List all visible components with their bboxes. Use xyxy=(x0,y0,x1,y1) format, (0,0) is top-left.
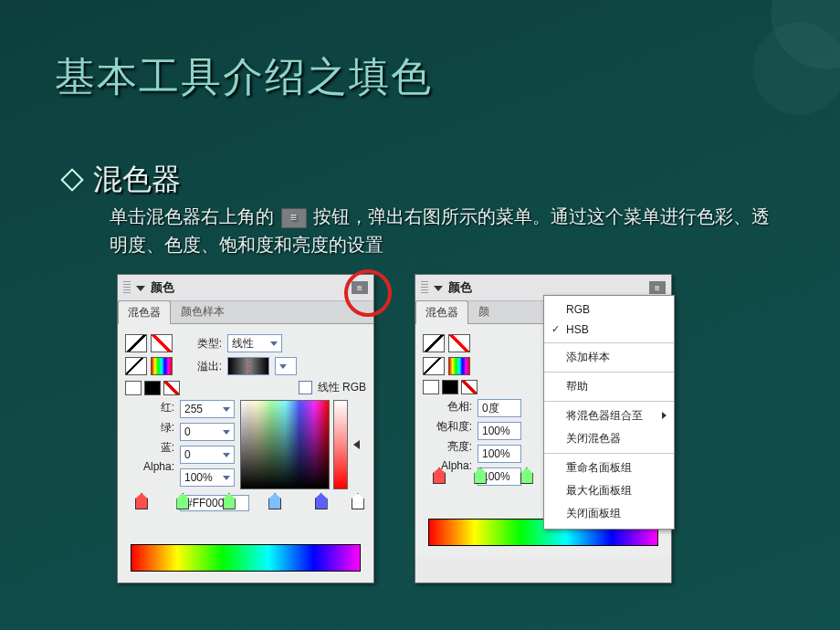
panel-body: 类型: 线性 溢出: xyxy=(118,324,373,583)
overflow-select[interactable] xyxy=(227,357,269,375)
gradient-preview[interactable] xyxy=(131,544,361,572)
panels-row: 颜色 ≡ 混色器 颜色样本 类型: 线性 xyxy=(117,274,672,583)
panel-context-menu: RGB HSB 添加样本 帮助 将混色器组合至 关闭混色器 重命名面板组 最大化… xyxy=(543,295,675,530)
tab-mixer[interactable]: 混色器 xyxy=(118,300,171,324)
gradient-stops[interactable] xyxy=(131,511,361,528)
panel-menu-button[interactable]: ≡ xyxy=(352,281,368,294)
linear-rgb-label: 线性 RGB xyxy=(318,380,366,395)
panel-header: 颜色 ≡ xyxy=(118,275,373,301)
a-label: Alpha: xyxy=(441,459,472,472)
color-picker[interactable] xyxy=(240,400,330,489)
bucket-swatch[interactable] xyxy=(125,357,147,375)
chevron-down-icon xyxy=(270,341,278,346)
tab-swatches[interactable]: 颜色样本 xyxy=(171,299,235,323)
collapse-icon[interactable] xyxy=(136,286,145,291)
type-value: 线性 xyxy=(232,336,254,352)
chevron-down-icon xyxy=(279,364,287,369)
overflow-label: 溢出: xyxy=(178,359,222,374)
menu-item-help[interactable]: 帮助 xyxy=(544,375,674,398)
rainbow-swatch[interactable] xyxy=(448,357,470,375)
lum-label: 亮度: xyxy=(447,439,472,455)
hue-marker-icon xyxy=(353,440,360,449)
color-panel-left: 颜色 ≡ 混色器 颜色样本 类型: 线性 xyxy=(117,274,374,583)
menu-item-add-swatch[interactable]: 添加样本 xyxy=(544,346,674,369)
mode-icons[interactable] xyxy=(423,380,478,394)
sat-label: 饱和度: xyxy=(436,419,472,435)
section-heading: 混色器 xyxy=(93,160,181,200)
menu-item-maximize[interactable]: 最大化面板组 xyxy=(544,479,674,502)
panel-menu-icon: ≡ xyxy=(281,208,307,228)
b-input[interactable]: 0 xyxy=(180,446,235,464)
menu-item-rename[interactable]: 重命名面板组 xyxy=(544,457,674,479)
fill-swatch[interactable] xyxy=(151,334,173,352)
description: 单击混色器右上角的 ≡ 按钮，弹出右图所示的菜单。通过这个菜单进行色彩、透明度、… xyxy=(110,203,785,259)
r-input[interactable]: 255 xyxy=(180,400,235,418)
rgb-area: 红: 绿: 蓝: Alpha: 255 0 0 100% xyxy=(125,400,366,511)
lum-input[interactable]: 100% xyxy=(478,445,521,463)
section-bullet: 混色器 xyxy=(64,160,181,200)
collapse-icon[interactable] xyxy=(434,286,443,291)
tab-swatches-cut[interactable]: 颜 xyxy=(468,299,499,323)
tab-bar: 混色器 颜色样本 xyxy=(118,301,373,324)
type-label: 类型: xyxy=(178,336,222,352)
g-label: 绿: xyxy=(161,420,174,436)
bucket-swatch[interactable] xyxy=(423,357,445,375)
type-select[interactable]: 线性 xyxy=(227,334,282,352)
slide: 基本工具介绍之填色 混色器 单击混色器右上角的 ≡ 按钮，弹出右图所示的菜单。通… xyxy=(0,0,840,630)
panel-title: 颜色 xyxy=(448,279,472,296)
alpha-input[interactable]: 100% xyxy=(180,468,235,487)
panel-menu-button[interactable]: ≡ xyxy=(649,281,666,294)
fill-swatch[interactable] xyxy=(448,334,470,352)
menu-item-close-group[interactable]: 关闭面板组 xyxy=(544,502,674,525)
r-label: 红: xyxy=(161,400,174,415)
hue-label: 色相: xyxy=(447,399,472,415)
menu-item-rgb[interactable]: RGB xyxy=(544,299,674,320)
stroke-swatch[interactable] xyxy=(423,334,445,352)
a-label: Alpha: xyxy=(143,460,174,473)
menu-item-close-mixer[interactable]: 关闭混色器 xyxy=(544,427,674,450)
color-panel-right: 颜色 ≡ 混色器 颜 RGB HSB 添加样本 帮助 将混色器组合至 关闭混色器… xyxy=(415,274,672,583)
overflow-dropdown[interactable] xyxy=(275,357,297,375)
mode-icons[interactable] xyxy=(125,381,180,395)
rainbow-swatch[interactable] xyxy=(151,357,173,375)
menu-item-hsb[interactable]: HSB xyxy=(544,320,674,340)
tab-mixer[interactable]: 混色器 xyxy=(415,300,468,324)
b-label: 蓝: xyxy=(161,440,174,456)
bullet-icon xyxy=(60,168,83,191)
menu-item-group[interactable]: 将混色器组合至 xyxy=(544,404,674,427)
desc-text-before: 单击混色器右上角的 xyxy=(110,206,274,226)
hex-input[interactable]: #FF0000 xyxy=(180,495,249,511)
g-input[interactable]: 0 xyxy=(180,423,235,441)
panel-title: 颜色 xyxy=(151,279,174,296)
grip-icon xyxy=(123,281,131,294)
hue-slider[interactable] xyxy=(333,400,348,489)
sat-input[interactable]: 100% xyxy=(478,422,521,440)
slide-title: 基本工具介绍之填色 xyxy=(55,50,433,104)
stroke-swatch[interactable] xyxy=(125,334,147,352)
hue-input[interactable]: 0度 xyxy=(478,399,521,417)
grip-icon xyxy=(421,281,428,294)
linear-rgb-checkbox[interactable] xyxy=(299,381,312,394)
